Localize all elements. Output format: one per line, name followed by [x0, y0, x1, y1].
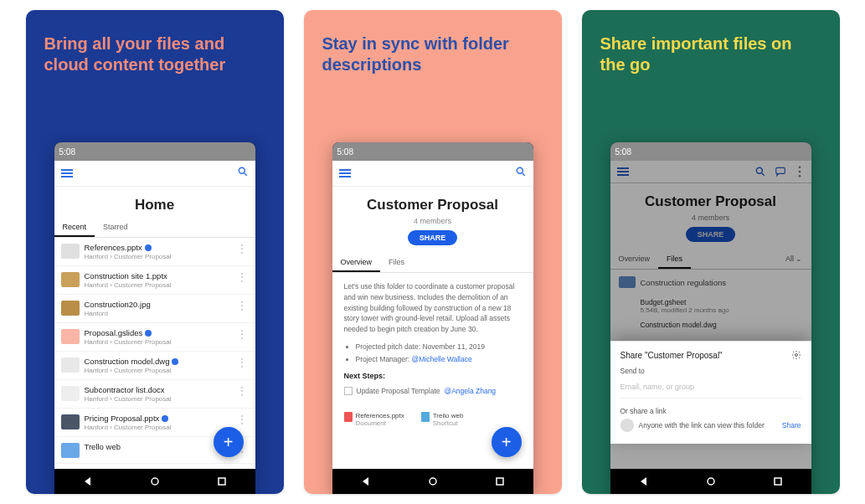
task-row[interactable]: Update Proposal Template @Angela Zhang: [344, 386, 522, 397]
screenshot-carousel: Bring all your files and cloud content t…: [16, 0, 850, 504]
file-thumb: [61, 301, 80, 316]
app-header: [332, 161, 533, 187]
status-bar: 5:08: [610, 142, 811, 161]
more-icon[interactable]: ⋮: [235, 414, 249, 425]
file-thumb: [61, 414, 80, 429]
nav-back-icon[interactable]: [640, 477, 648, 486]
nav-recent-icon[interactable]: [218, 477, 226, 486]
nav-back-icon[interactable]: [362, 477, 370, 486]
fab-add[interactable]: +: [214, 427, 244, 457]
nav-home-icon[interactable]: [151, 477, 159, 486]
svg-marker-17: [641, 477, 646, 486]
fab-add[interactable]: +: [492, 427, 522, 457]
svg-point-16: [795, 354, 797, 357]
file-thumb: [61, 357, 80, 373]
tab-overview[interactable]: Overview: [332, 252, 381, 272]
file-path: Hanford › Customer Proposal: [85, 281, 230, 289]
file-name: Trello web: [85, 442, 230, 451]
tabs: Overview Files: [332, 252, 533, 273]
tab-starred[interactable]: Starred: [95, 217, 136, 237]
app-screen-folder: Customer Proposal 4 members SHARE Overvi…: [332, 161, 533, 469]
attached-file[interactable]: Trello webShortcut: [421, 412, 464, 427]
promo-card-1: Bring all your files and cloud content t…: [26, 10, 284, 494]
sync-badge-icon: [162, 415, 168, 422]
menu-icon[interactable]: [339, 169, 351, 177]
gear-icon[interactable]: [791, 350, 801, 360]
file-icon: [421, 412, 430, 422]
checkbox-icon[interactable]: [344, 387, 353, 395]
more-icon[interactable]: ⋮: [235, 328, 249, 340]
file-row[interactable]: Construction site 1.pptx Hanford › Custo…: [54, 266, 255, 295]
promo-card-3: Share important files on the go 5:08 Cus…: [582, 10, 840, 494]
android-nav: [332, 469, 533, 494]
tabs: Recent Starred: [54, 217, 255, 238]
attached-file[interactable]: References.pptxDocument: [344, 412, 404, 427]
share-sheet: Share "Customer Proposal" Send to Email,…: [610, 341, 811, 444]
more-icon[interactable]: ⋮: [235, 300, 249, 311]
sync-badge-icon: [145, 244, 152, 251]
file-thumb: [61, 272, 80, 287]
status-bar: 5:08: [54, 142, 255, 161]
send-to-label: Send to: [620, 367, 801, 375]
file-row[interactable]: References.pptx Hanford › Customer Propo…: [54, 238, 255, 266]
svg-rect-19: [775, 478, 781, 485]
headline: Share important files on the go: [600, 33, 821, 75]
headline: Bring all your files and cloud content t…: [44, 33, 265, 75]
file-name: Construction20.jpg: [85, 300, 230, 309]
file-name: Proposal.gslides: [85, 328, 230, 337]
or-label: Or share a link: [620, 407, 801, 415]
tab-files[interactable]: Files: [380, 252, 413, 272]
file-path: Hanford › Customer Proposal: [85, 338, 230, 346]
share-link[interactable]: Share: [782, 421, 801, 429]
file-row[interactable]: Subcontractor list.docx Hanford › Custom…: [54, 380, 255, 409]
more-icon[interactable]: ⋮: [235, 243, 249, 255]
bullet-list: Projected pitch date: November 11, 2019 …: [356, 342, 522, 365]
tab-recent[interactable]: Recent: [54, 217, 95, 237]
mention-link[interactable]: @Angela Zhang: [445, 386, 497, 397]
more-icon[interactable]: ⋮: [235, 357, 249, 368]
next-steps-header: Next Steps:: [344, 371, 522, 383]
app-header: [54, 161, 255, 187]
nav-home-icon[interactable]: [707, 477, 715, 486]
file-path: Hanford › Customer Proposal: [85, 424, 230, 431]
file-row[interactable]: Construction20.jpg Hanford ⋮: [54, 295, 255, 323]
phone-frame: 5:08 Home Recent Starred References.pptx…: [54, 142, 255, 494]
file-row[interactable]: Construction model.dwg Hanford › Custome…: [54, 352, 255, 380]
nav-home-icon[interactable]: [429, 477, 437, 486]
nav-back-icon[interactable]: [84, 477, 92, 486]
file-icon: [344, 412, 353, 422]
svg-marker-2: [85, 477, 90, 486]
search-icon[interactable]: [515, 166, 527, 181]
svg-marker-7: [363, 477, 368, 486]
svg-point-0: [239, 167, 245, 173]
more-icon[interactable]: ⋮: [235, 385, 249, 397]
page-title: Home: [54, 187, 255, 217]
menu-icon[interactable]: [61, 169, 73, 177]
link-permission-row[interactable]: Anyone with the link can view this folde…: [620, 419, 801, 432]
file-name: Subcontractor list.docx: [85, 385, 230, 394]
nav-recent-icon[interactable]: [496, 477, 504, 486]
svg-line-1: [244, 173, 246, 176]
android-nav: [54, 469, 255, 494]
svg-point-18: [708, 478, 714, 485]
file-name: Pricing Proposal.pptx: [85, 414, 230, 423]
phone-frame: 5:08 Customer Proposal 4 members SHARE O…: [332, 142, 533, 494]
description-text: Let's use this folder to coordinate a cu…: [344, 281, 522, 335]
search-icon[interactable]: [237, 166, 249, 181]
svg-line-6: [522, 173, 524, 176]
file-name: Construction site 1.pptx: [85, 271, 230, 280]
more-icon[interactable]: ⋮: [235, 271, 249, 283]
file-thumb: [61, 443, 80, 458]
headline: Stay in sync with folder descriptions: [322, 33, 543, 75]
android-nav: [610, 469, 811, 494]
sync-badge-icon: [172, 358, 178, 365]
file-row[interactable]: Proposal.gslides Hanford › Customer Prop…: [54, 323, 255, 352]
nav-recent-icon[interactable]: [774, 477, 782, 486]
sheet-title: Share "Customer Proposal": [620, 351, 723, 360]
file-thumb: [61, 386, 80, 401]
app-screen-share: Customer Proposal 4 members SHARE Overvi…: [610, 161, 811, 469]
recipient-input[interactable]: Email, name, or group: [620, 378, 801, 399]
share-button[interactable]: SHARE: [408, 230, 458, 245]
mention-link[interactable]: @Michelle Wallace: [412, 355, 472, 363]
sync-badge-icon: [145, 330, 152, 337]
